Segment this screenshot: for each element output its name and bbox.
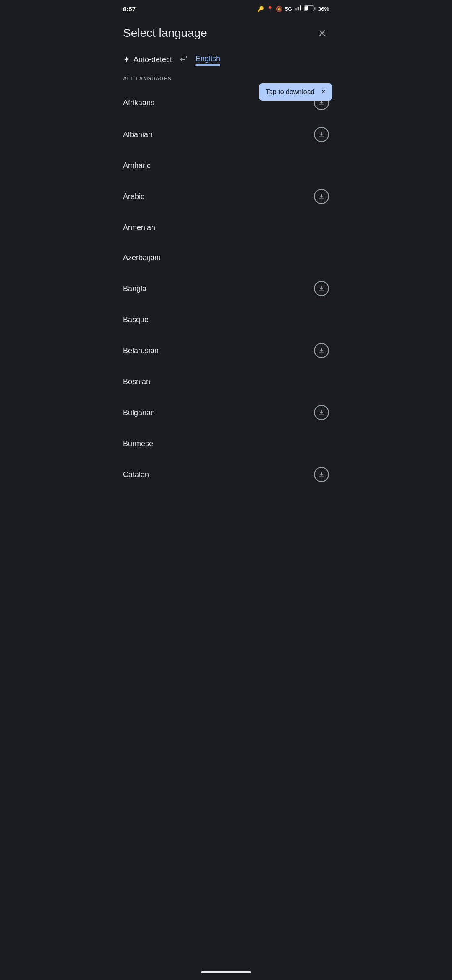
language-name: Bangla (123, 284, 146, 293)
language-name: Bosnian (123, 377, 150, 386)
svg-rect-5 (314, 7, 316, 10)
language-name: Catalan (123, 470, 149, 479)
download-icon[interactable] (314, 189, 329, 204)
home-indicator (201, 971, 251, 973)
auto-detect-label: Auto-detect (134, 55, 172, 64)
page-title: Select language (123, 26, 207, 40)
header: Select language (113, 16, 339, 48)
status-bar: 8:57 🔑 📍 🔕 5G 36% (113, 0, 339, 16)
bottom-bar (113, 965, 339, 980)
language-item[interactable]: Bosnian (113, 366, 339, 397)
svg-rect-4 (304, 6, 308, 11)
tooltip-text: Tap to download (266, 88, 315, 96)
language-item[interactable]: Armenian (113, 212, 339, 242)
language-name: Bulgarian (123, 408, 155, 417)
download-icon[interactable] (314, 467, 329, 482)
language-item[interactable]: Arabic (113, 181, 339, 212)
status-time: 8:57 (123, 5, 136, 13)
language-name: Arabic (123, 192, 144, 201)
language-name: Amharic (123, 161, 151, 170)
sparkle-icon: ✦ (123, 54, 130, 64)
language-item[interactable]: Azerbaijani (113, 242, 339, 273)
language-name: Burmese (123, 439, 153, 448)
language-item[interactable]: Catalan (113, 459, 339, 490)
svg-marker-2 (300, 5, 301, 10)
language-tabs: ✦ Auto-detect English (113, 48, 339, 72)
language-section: ALL LANGUAGES Tap to download × Afrikaan… (113, 72, 339, 490)
key-icon: 🔑 (257, 6, 264, 12)
signal-icon (295, 5, 301, 13)
swap-icon[interactable] (179, 53, 189, 66)
bell-off-icon: 🔕 (276, 6, 282, 12)
language-name: Armenian (123, 223, 155, 232)
language-item[interactable]: Burmese (113, 428, 339, 459)
language-item[interactable]: Basque (113, 304, 339, 335)
svg-marker-0 (295, 8, 297, 11)
svg-marker-1 (298, 7, 299, 10)
download-icon[interactable] (314, 281, 329, 296)
english-tab[interactable]: English (195, 54, 220, 65)
language-item[interactable]: Amharic (113, 150, 339, 181)
language-item[interactable]: Albanian (113, 119, 339, 150)
tap-to-download-tooltip: Tap to download × (259, 83, 332, 101)
language-name: Basque (123, 315, 149, 324)
status-icons: 🔑 📍 🔕 5G 36% (257, 5, 329, 13)
location-icon: 📍 (267, 6, 273, 12)
language-name: Afrikaans (123, 98, 154, 107)
download-icon[interactable] (314, 343, 329, 358)
auto-detect-tab[interactable]: ✦ Auto-detect (123, 54, 172, 64)
tooltip-close-button[interactable]: × (321, 88, 326, 96)
language-item[interactable]: Bulgarian (113, 397, 339, 428)
language-name: Belarusian (123, 346, 159, 355)
network-label: 5G (285, 6, 292, 12)
close-button[interactable] (316, 26, 329, 40)
language-list: AfrikaansAlbanianAmharicArabicArmenianAz… (113, 87, 339, 490)
download-icon[interactable] (314, 405, 329, 420)
download-icon[interactable] (314, 127, 329, 142)
battery-icon (304, 5, 316, 13)
battery-percent: 36% (318, 6, 329, 12)
language-name: Azerbaijani (123, 253, 160, 262)
language-name: Albanian (123, 130, 152, 139)
language-item[interactable]: Belarusian (113, 335, 339, 366)
language-item[interactable]: Bangla (113, 273, 339, 304)
